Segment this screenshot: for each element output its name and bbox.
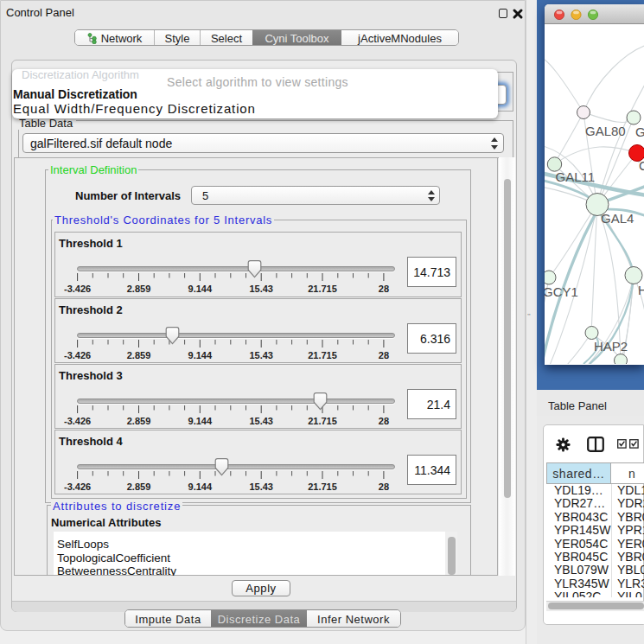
svg-text:GA: GA <box>635 124 644 139</box>
svg-text:GCY1: GCY1 <box>545 284 578 299</box>
svg-text:H: H <box>638 283 644 297</box>
svg-text:HAP2: HAP2 <box>594 339 628 354</box>
svg-text:C: C <box>639 158 644 173</box>
svg-text:GAL4: GAL4 <box>601 211 634 226</box>
svg-text:GAL11: GAL11 <box>556 169 596 184</box>
svg-text:GAL80: GAL80 <box>585 124 626 138</box>
